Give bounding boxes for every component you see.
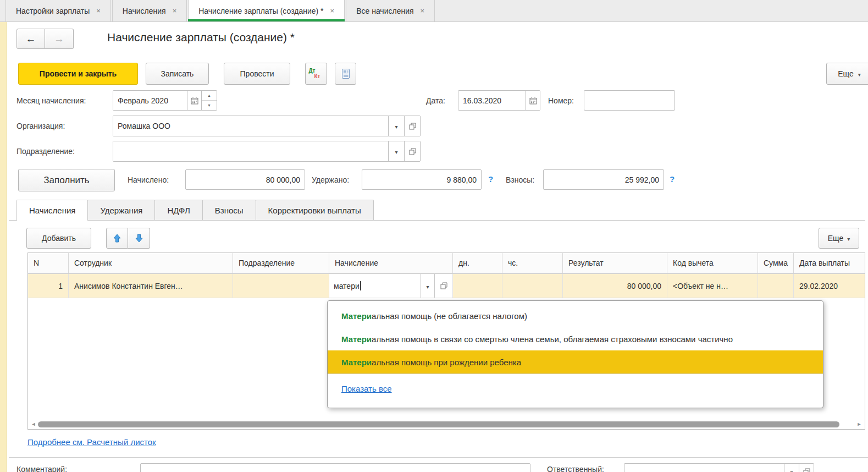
window-tab-salary-settings[interactable]: Настройки зарплаты [5, 0, 111, 21]
more-button-grid[interactable]: Еще [819, 228, 859, 249]
tab-contributions[interactable]: Взносы [202, 200, 256, 220]
post-button[interactable]: Провести [224, 63, 290, 85]
close-icon[interactable] [96, 7, 101, 15]
open-link-icon [803, 468, 810, 472]
contributions-help-icon[interactable]: ? [670, 174, 675, 184]
tab-payment-adjustments[interactable]: Корректировки выплаты [256, 200, 374, 220]
window-tab-payroll-create[interactable]: Начисление зарплаты (создание) * [188, 0, 345, 21]
withheld-total-field[interactable]: 9 880,00 [362, 169, 482, 190]
col-header-amount[interactable]: Сумма [758, 253, 794, 274]
col-header-employee[interactable]: Сотрудник [69, 253, 233, 274]
organization-dropdown-button[interactable] [388, 116, 404, 136]
contributions-total-field[interactable]: 25 992,00 [543, 169, 664, 190]
cell-employee[interactable]: Анисимов Константин Евген… [69, 274, 233, 298]
organization-input[interactable]: Ромашка ООО [113, 116, 388, 136]
move-up-button[interactable] [106, 228, 128, 249]
forward-button[interactable]: → [45, 29, 74, 49]
cell-n[interactable]: 1 [28, 274, 69, 298]
tab-ndfl[interactable]: НДФЛ [154, 200, 202, 220]
table-header-row: N Сотрудник Подразделение Начисление дн.… [28, 253, 865, 274]
cell-accrual-edit: матери [329, 274, 453, 298]
chevron-down-icon [395, 122, 397, 130]
month-calendar-button[interactable] [187, 91, 201, 110]
horizontal-scrollbar[interactable]: ◄ ► [29, 420, 864, 428]
more-label: Еще [838, 69, 854, 78]
department-open-button[interactable] [404, 141, 420, 161]
table-row[interactable]: 1 Анисимов Константин Евген… матери 80 0… [28, 274, 865, 298]
report-button[interactable] [335, 63, 356, 85]
page-title: Начисление зарплаты (создание) * [107, 31, 295, 44]
window-tab-accruals[interactable]: Начисления [112, 0, 187, 21]
window-tab-all-accruals[interactable]: Все начисления [346, 0, 435, 21]
chevron-down-icon [395, 147, 397, 156]
responsible-dropdown-button[interactable] [784, 464, 799, 472]
col-header-department[interactable]: Подразделение [233, 253, 329, 274]
move-down-button[interactable] [128, 228, 150, 249]
suggestion-option[interactable]: Материальная помощь (не облагается налог… [328, 304, 823, 327]
col-header-deduction-code[interactable]: Код вычета [667, 253, 758, 274]
accrual-search-input[interactable]: матери [329, 274, 421, 298]
col-header-n[interactable]: N [28, 253, 69, 274]
month-input[interactable]: Февраль 2020 [113, 91, 187, 110]
option-text: альная помощь в связи со смертью члена с… [372, 334, 733, 344]
department-input[interactable] [113, 141, 388, 161]
col-header-result[interactable]: Результат [563, 253, 667, 274]
responsible-open-button[interactable] [799, 464, 814, 472]
col-header-days[interactable]: дн. [453, 253, 502, 274]
cell-department[interactable] [233, 274, 329, 298]
comment-input[interactable] [140, 463, 530, 472]
tab-label: Настройки зарплаты [16, 7, 90, 15]
accrual-dropdown-button[interactable] [421, 274, 434, 298]
document-report-icon [341, 68, 351, 79]
cell-result[interactable]: 80 000,00 [563, 274, 667, 298]
date-input[interactable]: 16.03.2020 [458, 91, 526, 110]
suggestion-option[interactable]: Материальная помощь в связи со смертью ч… [328, 327, 823, 350]
scroll-left-icon[interactable]: ◄ [29, 421, 38, 427]
date-field-group: 16.03.2020 [458, 90, 540, 111]
close-icon[interactable] [173, 7, 177, 15]
history-nav: ← → [16, 29, 74, 49]
cell-payment-date[interactable]: 29.02.2020 [794, 274, 865, 298]
col-header-accrual[interactable]: Начисление [329, 253, 453, 274]
spinner-up-button[interactable]: ▲ [202, 91, 217, 100]
back-button[interactable]: ← [16, 29, 45, 49]
accrual-open-button[interactable] [434, 274, 452, 298]
tab-accruals[interactable]: Начисления [16, 200, 88, 221]
close-icon[interactable] [421, 7, 425, 15]
form-divider [9, 457, 868, 458]
contributions-label: Взносы: [506, 170, 534, 190]
more-button-top[interactable]: Еще [826, 63, 868, 85]
show-all-link[interactable]: Показать все [341, 384, 392, 393]
fill-button[interactable]: Заполнить [18, 169, 115, 191]
col-header-hours[interactable]: чс. [502, 253, 563, 274]
department-field-group [113, 141, 421, 162]
open-link-icon [440, 282, 447, 289]
open-link-icon [409, 123, 416, 130]
save-button[interactable]: Записать [146, 63, 209, 85]
responsible-input[interactable] [624, 464, 784, 472]
suggestion-option-highlighted[interactable]: Материальная помощь при рождении ребенка [328, 350, 823, 374]
withheld-help-icon[interactable]: ? [488, 174, 493, 184]
add-row-button[interactable]: Добавить [26, 228, 91, 249]
payslip-details-link[interactable]: Подробнее см. Расчетный листок [27, 437, 156, 447]
cell-amount[interactable] [758, 274, 794, 298]
dtkt-postings-button[interactable]: ДтКт [305, 63, 327, 85]
responsible-field-group [624, 463, 814, 472]
cell-hours[interactable] [502, 274, 563, 298]
post-and-close-button[interactable]: Провести и закрыть [18, 63, 138, 85]
cell-deduction-code[interactable]: <Объект не н… [667, 274, 758, 298]
department-dropdown-button[interactable] [388, 141, 404, 161]
spinner-down-button[interactable]: ▼ [202, 100, 217, 110]
scroll-right-icon[interactable]: ► [855, 421, 864, 427]
col-header-payment-date[interactable]: Дата выплаты [794, 253, 865, 274]
cell-days[interactable] [453, 274, 502, 298]
number-input[interactable] [584, 90, 675, 111]
tab-label: Начисления [123, 7, 166, 15]
tab-withholdings[interactable]: Удержания [87, 200, 155, 220]
dtkt-icon: ДтКт [312, 68, 320, 79]
organization-open-button[interactable] [404, 116, 420, 136]
scrollbar-thumb[interactable] [38, 421, 839, 427]
accrued-total-field[interactable]: 80 000,00 [185, 169, 305, 190]
date-calendar-button[interactable] [526, 91, 540, 110]
close-icon[interactable] [330, 7, 335, 15]
